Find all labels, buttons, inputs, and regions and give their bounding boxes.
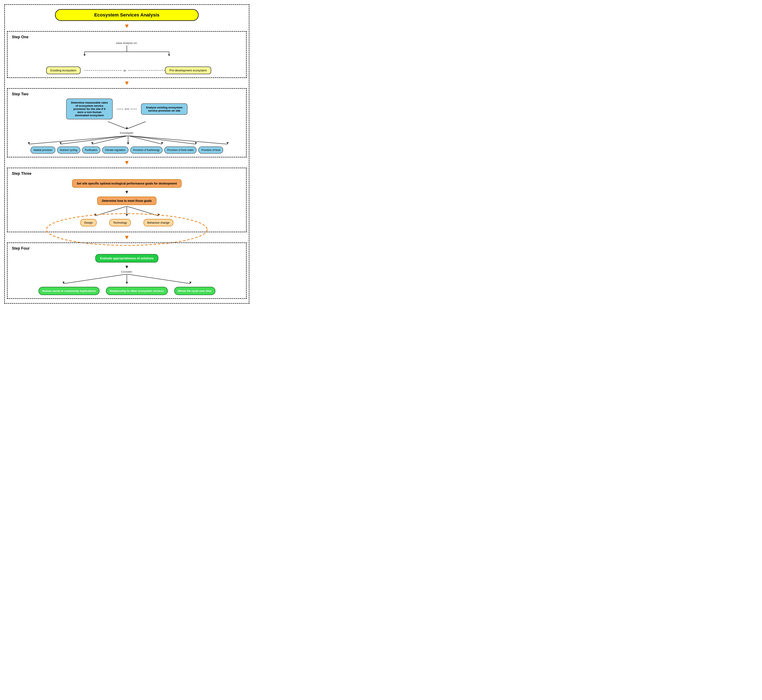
svg-line-9 — [29, 136, 128, 144]
human-social-text: Human social or community implications — [42, 289, 96, 292]
determine-goals-text: Determine how to meet those goals — [102, 199, 152, 203]
svg-marker-5 — [168, 54, 170, 56]
service-food: Provision of food — [198, 147, 223, 154]
service-habitat: Habitat provision — [30, 147, 55, 154]
step-one-svg — [42, 45, 211, 69]
svg-line-23 — [95, 206, 127, 216]
consider-boxes-row: Human social or community implications R… — [12, 287, 242, 295]
step-two-fanout-svg — [12, 136, 244, 145]
goals-arrow: ▼ — [12, 190, 242, 194]
svg-line-21 — [128, 136, 228, 144]
technology-text: Technology — [113, 221, 127, 224]
goals-box: Set site specific optimal ecological per… — [72, 179, 181, 188]
goals-text: Set site specific optimal ecological per… — [77, 182, 177, 185]
step-two-converge-svg — [74, 122, 180, 130]
analyse-existing-text: Analyse esisitng ecosystem service provi… — [146, 106, 183, 112]
technology-box: Technology — [109, 219, 131, 227]
service-boxes-row: Habitat provision Nutrient cycling Purif… — [12, 147, 242, 154]
step-three-to-four-arrow: ▼ — [7, 234, 247, 240]
title-text: Ecosystem Services Analysis — [94, 12, 159, 17]
feedback-container: Design Technology Behaviour change — [12, 206, 242, 228]
svg-marker-33 — [126, 282, 128, 284]
step-three-label: Step Three — [12, 172, 242, 176]
svg-line-30 — [63, 274, 127, 284]
consider-fanout-svg — [32, 274, 222, 285]
whole-life-cycle-text: Whole life cycle over time — [178, 289, 212, 292]
svg-line-27 — [127, 206, 159, 216]
title-arrow: ▼ — [7, 23, 247, 29]
human-social-box: Human social or community implications — [39, 287, 100, 295]
relationship-ecosystem-text: Relationship to other ecosystem services — [110, 289, 164, 292]
step-one-section: Step One base analysis on: Exisiting — [7, 31, 247, 78]
and-text: and — [125, 107, 129, 111]
svg-marker-10 — [28, 142, 30, 144]
step-two-to-three-arrow: ▼ — [7, 159, 247, 166]
step-two-label: Step Two — [12, 92, 242, 96]
svg-marker-35 — [189, 281, 192, 284]
investigate-text: Investigate: — [12, 131, 242, 134]
determine-fanout-svg — [74, 206, 180, 217]
main-container: Ecosystem Services Analysis ▼ Step One b… — [4, 4, 250, 304]
step-three-section: Step Three Set site specific optimal eco… — [7, 167, 247, 232]
step-four-label: Step Four — [12, 246, 242, 251]
service-fuel: Provision of fuel/energy — [130, 147, 162, 154]
analyse-existing-box: Analyse esisitng ecosystem service provi… — [141, 103, 187, 115]
svg-marker-3 — [83, 54, 86, 56]
evaluate-box: Evaluate appropriateness of solutions — [95, 254, 158, 262]
relationship-ecosystem-box: Relationship to other ecosystem services — [106, 287, 168, 295]
svg-marker-20 — [195, 142, 197, 144]
svg-line-11 — [61, 136, 128, 144]
svg-line-6 — [108, 122, 127, 129]
evaluate-arrow: ▼ — [12, 265, 242, 269]
determine-rates-text: Determine measurable rates of ecosystem … — [71, 101, 108, 117]
or-text: or — [121, 69, 128, 72]
existing-ecosystem-box: Exisiting ecosystem — [46, 67, 81, 74]
evaluate-text: Evaluate appropriateness of solutions — [100, 256, 154, 260]
behaviour-change-box: Behaviour change — [144, 219, 173, 227]
svg-line-7 — [127, 122, 146, 129]
svg-line-13 — [92, 136, 128, 144]
predevelopment-ecosystem-box: Pre-development ecosystem — [165, 67, 211, 74]
title-box: Ecosystem Services Analysis — [55, 9, 199, 21]
svg-marker-16 — [127, 142, 129, 145]
svg-line-34 — [127, 274, 190, 284]
existing-ecosystem-label: Exisiting ecosystem — [50, 69, 77, 72]
step-two-section: Step Two Determine measurable rates of e… — [7, 88, 247, 158]
predevelopment-label: Pre-development ecosystem — [169, 69, 207, 72]
determine-goals-box: Determine how to meet those goals — [97, 197, 156, 205]
consider-text: Consider: — [12, 270, 242, 273]
service-nutrient: Nutrient cycling — [57, 147, 80, 154]
base-analysis-text: base analysis on: — [12, 41, 242, 45]
design-text: Design — [84, 221, 92, 224]
behaviour-change-text: Behaviour change — [147, 221, 170, 224]
svg-marker-26 — [126, 214, 128, 216]
service-climate: Climate regulation — [102, 147, 128, 154]
step-one-to-two-arrow: ▼ — [7, 80, 247, 86]
step-four-section: Step Four Evaluate appropriateness of so… — [7, 242, 247, 299]
service-freshwater: Provision of fresh water — [164, 147, 197, 154]
svg-marker-22 — [226, 142, 229, 144]
whole-life-cycle-box: Whole life cycle over time — [174, 287, 215, 295]
design-box: Design — [80, 219, 96, 227]
service-purification: Purification — [82, 147, 100, 154]
determine-rates-box: Determine measurable rates of ecosystem … — [66, 98, 112, 119]
step-one-label: Step One — [12, 35, 242, 39]
and-connector: and — [117, 107, 137, 111]
